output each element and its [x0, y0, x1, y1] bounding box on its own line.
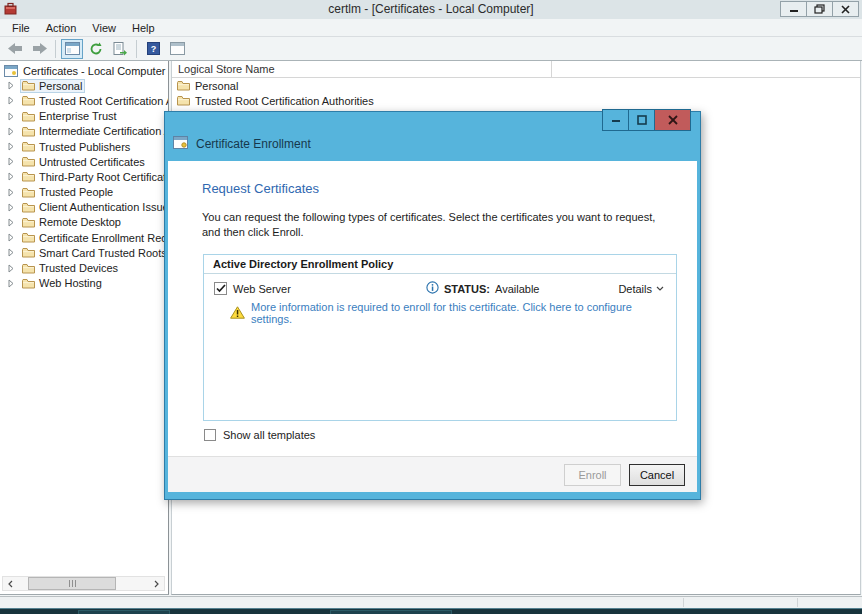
tree-item-label: Certificate Enrollment Requests	[39, 232, 168, 244]
cancel-button[interactable]: Cancel	[629, 464, 685, 486]
close-button[interactable]	[832, 1, 859, 17]
dialog-title: Certificate Enrollment	[196, 137, 311, 151]
help-icon: ?	[147, 42, 160, 55]
expand-arrow-icon[interactable]	[8, 96, 16, 105]
console-tree-pane: Certificates - Local Computer Personal T…	[0, 61, 169, 595]
forward-button[interactable]	[28, 39, 50, 59]
page-title: Request Certificates	[202, 181, 697, 196]
back-arrow-icon	[8, 43, 23, 54]
toolbar-separator	[136, 40, 137, 58]
tree-item-label: Personal	[39, 80, 82, 92]
expand-arrow-icon[interactable]	[8, 279, 16, 288]
template-name: Web Server	[233, 283, 291, 295]
restore-button[interactable]	[806, 1, 833, 17]
list-column-header[interactable]: Logical Store Name	[172, 61, 860, 78]
tree-item-personal[interactable]: Personal	[0, 78, 168, 93]
scroll-right-button[interactable]	[149, 577, 164, 590]
console-view-button[interactable]	[166, 39, 188, 59]
tree-item-label: Client Authentication Issuers	[39, 201, 168, 213]
folder-icon	[22, 263, 35, 274]
tree-item-trusted-people[interactable]: Trusted People	[0, 185, 168, 200]
expand-arrow-icon[interactable]	[8, 81, 16, 90]
list-item-trusted-root[interactable]: Trusted Root Certification Authorities	[172, 93, 860, 108]
tree-item-smart-card-roots[interactable]: Smart Card Trusted Roots	[0, 245, 168, 260]
tree-item-web-hosting[interactable]: Web Hosting	[0, 276, 168, 291]
tree-item-intermediate[interactable]: Intermediate Certification Authorities	[0, 124, 168, 139]
tree-item-trusted-devices[interactable]: Trusted Devices	[0, 260, 168, 275]
dialog-minimize-button[interactable]	[602, 109, 629, 131]
show-all-templates-row[interactable]: Show all templates	[204, 429, 315, 441]
web-server-checkbox[interactable]	[214, 282, 227, 295]
tree-item-enterprise-trust[interactable]: Enterprise Trust	[0, 109, 168, 124]
expand-arrow-icon[interactable]	[8, 157, 16, 166]
export-button[interactable]	[109, 39, 131, 59]
tree-horizontal-scrollbar[interactable]	[2, 576, 165, 591]
folder-icon	[22, 111, 35, 122]
enroll-button[interactable]: Enroll	[564, 464, 621, 486]
certlm-window: certlm - [Certificates - Local Computer]…	[0, 0, 862, 614]
expand-arrow-icon[interactable]	[8, 142, 16, 151]
tree-item-label: Smart Card Trusted Roots	[39, 247, 167, 259]
certificate-enrollment-dialog: Certificate Enrollment Request Certifica…	[164, 111, 701, 500]
console-root-icon	[4, 65, 18, 77]
tree-item-trusted-root[interactable]: Trusted Root Certification Authorities	[0, 93, 168, 108]
tree-item-client-auth-issuers[interactable]: Client Authentication Issuers	[0, 200, 168, 215]
console-window-icon	[170, 42, 185, 55]
folder-icon	[22, 95, 35, 106]
menu-action[interactable]: Action	[38, 20, 85, 36]
show-all-templates-label: Show all templates	[223, 429, 315, 441]
scrollbar-track[interactable]	[18, 577, 149, 590]
tree-root-certificates-local-computer[interactable]: Certificates - Local Computer	[0, 63, 168, 78]
tree-root-label: Certificates - Local Computer	[23, 65, 165, 77]
folder-icon	[22, 202, 35, 213]
tree-item-remote-desktop[interactable]: Remote Desktop	[0, 215, 168, 230]
scroll-left-button[interactable]	[3, 577, 18, 590]
help-button[interactable]: ?	[142, 39, 164, 59]
expand-arrow-icon[interactable]	[8, 172, 16, 181]
menu-help[interactable]: Help	[124, 20, 163, 36]
dialog-maximize-button[interactable]	[628, 109, 655, 131]
expand-arrow-icon[interactable]	[8, 112, 16, 121]
refresh-button[interactable]	[85, 39, 107, 59]
expand-arrow-icon[interactable]	[8, 127, 16, 136]
enrollment-warning-link[interactable]: More information is required to enroll f…	[251, 301, 666, 325]
minimize-button[interactable]	[780, 1, 807, 17]
dialog-content-panel: Request Certificates You can request the…	[168, 161, 697, 492]
scrollbar-thumb[interactable]	[28, 577, 116, 590]
menu-view[interactable]: View	[84, 20, 124, 36]
show-all-templates-checkbox[interactable]	[204, 429, 216, 441]
checkmark-icon	[216, 284, 226, 293]
taskbar-button-edge	[330, 610, 452, 614]
expand-arrow-icon[interactable]	[8, 233, 16, 242]
back-button[interactable]	[4, 39, 26, 59]
dialog-close-button[interactable]	[654, 109, 691, 131]
tree-item-third-party-root[interactable]: Third-Party Root Certification Authoriti…	[0, 169, 168, 184]
expand-arrow-icon[interactable]	[8, 203, 16, 212]
menu-file[interactable]: File	[4, 20, 38, 36]
expand-arrow-icon[interactable]	[8, 248, 16, 257]
status-label: STATUS:	[444, 283, 490, 295]
info-icon	[426, 281, 439, 296]
tree-item-label: Trusted Root Certification Authorities	[39, 95, 168, 107]
export-list-icon	[113, 42, 127, 56]
expand-arrow-icon[interactable]	[8, 218, 16, 227]
tree-item-label: Trusted Devices	[39, 262, 118, 274]
column-separator[interactable]	[551, 61, 552, 77]
tree-item-untrusted-certificates[interactable]: Untrusted Certificates	[0, 154, 168, 169]
expand-arrow-icon[interactable]	[8, 188, 16, 197]
show-console-tree-button[interactable]	[61, 39, 83, 59]
tree-item-trusted-publishers[interactable]: Trusted Publishers	[0, 139, 168, 154]
tree-item-cert-enrollment-requests[interactable]: Certificate Enrollment Requests	[0, 230, 168, 245]
status-bar	[0, 596, 862, 608]
list-item-personal[interactable]: Personal	[172, 78, 860, 93]
window-title: certlm - [Certificates - Local Computer]	[0, 2, 862, 16]
expand-arrow-icon[interactable]	[8, 264, 16, 273]
tree-item-label: Remote Desktop	[39, 216, 121, 228]
column-header-label: Logical Store Name	[178, 63, 275, 75]
details-expander[interactable]: Details	[618, 283, 664, 295]
dialog-footer: Enroll Cancel	[168, 456, 697, 492]
enrollment-policy-group: Active Directory Enrollment Policy Web S…	[203, 254, 677, 421]
statusbar-separator	[683, 598, 684, 607]
svg-text:?: ?	[150, 44, 156, 54]
enrollment-policy-title: Active Directory Enrollment Policy	[204, 255, 676, 274]
